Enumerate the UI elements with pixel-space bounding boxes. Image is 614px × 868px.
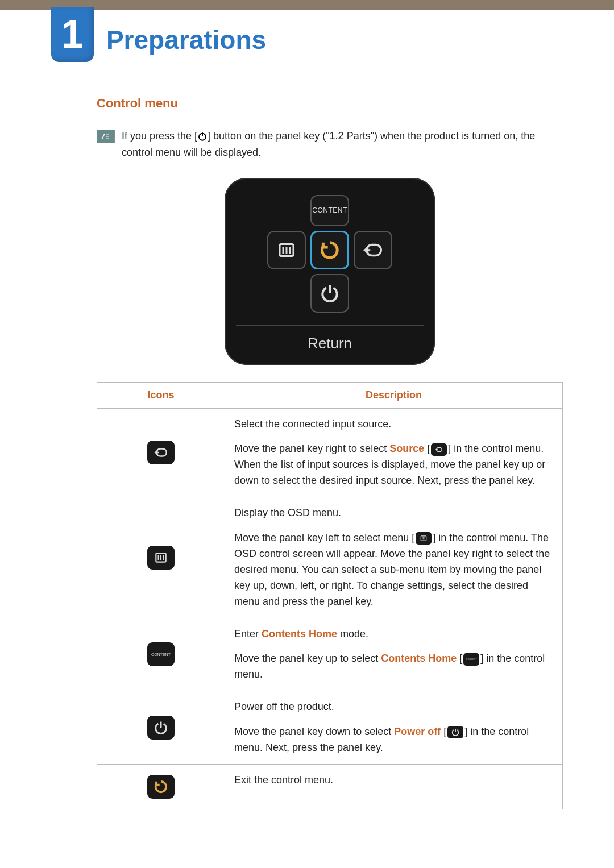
power-icon [197,131,208,142]
section-title: Control menu [97,96,563,111]
source-icon [147,441,175,464]
device-menu-button[interactable] [267,231,306,269]
content-icon: CONTENT [147,642,175,666]
power-off-icon [147,716,175,740]
menu-icon [147,546,175,570]
power-desc-2: Move the panel key down to select Power … [234,724,553,756]
icons-table: Icons Description Select the connected i… [97,382,563,809]
source-icon [431,443,447,456]
source-desc-1: Select the connected input source. [234,417,553,433]
device-return-button[interactable] [310,231,349,269]
chapter-number-tab: 1 [51,7,94,62]
chapter-header: 1 Preparations [0,7,614,62]
device-content-button[interactable]: CONTENT [310,195,349,226]
table-row: Select the connected input source. Move … [97,408,563,497]
menu-desc-2: Move the panel key left to select menu [… [234,530,553,609]
power-off-icon [447,726,463,738]
content-desc-2: Move the panel key up to select Contents… [234,651,553,683]
table-header-icons: Icons [97,382,225,408]
return-desc-1: Exit the control menu. [234,773,553,788]
note: If you press the [] button on the panel … [97,128,563,161]
control-menu-device: CONTENT Return [225,178,435,365]
content-icon: CONTENT [463,653,479,666]
device-power-button[interactable] [310,274,349,313]
menu-desc-1: Display the OSD menu. [234,505,553,521]
note-icon [97,130,115,143]
device-selected-label: Return [236,335,424,352]
chapter-title: Preparations [106,24,266,55]
table-row: Display the OSD menu. Move the panel key… [97,497,563,618]
device-source-button[interactable] [354,231,392,269]
table-header-description: Description [225,382,563,408]
table-row: Exit the control menu. [97,764,563,809]
note-text: If you press the [] button on the panel … [122,128,563,161]
source-desc-2: Move the panel key right to select Sourc… [234,441,553,489]
menu-icon [416,532,432,545]
content-desc-1: Enter Contents Home mode. [234,626,553,642]
note-text-pre: If you press the [ [122,130,197,142]
table-row: Power off the product. Move the panel ke… [97,691,563,765]
table-row: CONTENT Enter Contents Home mode. Move t… [97,618,563,691]
return-icon [147,775,175,799]
power-desc-1: Power off the product. [234,699,553,715]
